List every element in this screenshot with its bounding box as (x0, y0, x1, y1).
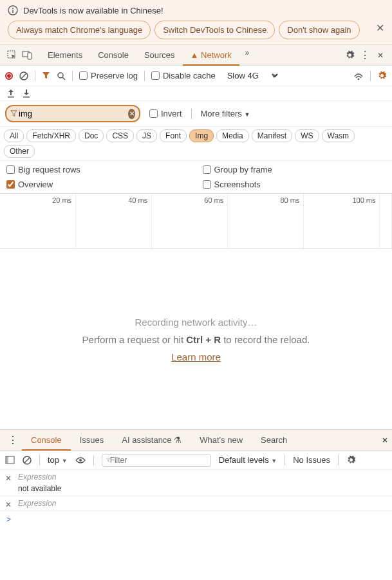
type-media[interactable]: Media (216, 129, 249, 142)
type-img[interactable]: Img (189, 129, 214, 142)
preserve-log-checkbox[interactable]: Preserve log (79, 71, 138, 80)
tab-elements[interactable]: Elements (40, 45, 90, 65)
no-issues-text[interactable]: No Issues (293, 455, 330, 465)
svg-point-8 (58, 73, 63, 78)
drawer-kebab-icon[interactable]: ⋮ (4, 434, 22, 446)
drawer: ⋮ Console Issues AI assistance ⚗ What's … (0, 429, 392, 528)
remove-expr-icon[interactable]: ✕ (5, 500, 12, 509)
svg-rect-2 (12, 10, 13, 13)
banner-title: DevTools is now available in Chinese! (23, 6, 163, 15)
main-tabbar: Elements Console Sources ▲ Network » ⋮ ✕ (0, 45, 392, 66)
drawer-close-icon[interactable]: ✕ (382, 436, 388, 445)
context-select[interactable]: top ▼ (48, 455, 68, 465)
hint-text: Perform a request or hit Ctrl + R to rec… (82, 334, 310, 345)
search-icon[interactable] (57, 71, 66, 80)
flask-icon: ⚗ (174, 435, 182, 445)
type-all[interactable]: All (4, 129, 24, 142)
clear-filter-icon[interactable]: ✕ (128, 109, 135, 119)
import-export-row (0, 86, 392, 101)
console-prompt[interactable]: > (0, 511, 392, 528)
timeline-tick: 80 ms (280, 196, 299, 204)
svg-rect-14 (6, 456, 8, 463)
network-toolbar: Preserve log Disable cache Slow 4G ▼ (0, 66, 392, 86)
overview-checkbox[interactable]: Overview (6, 180, 190, 189)
type-other[interactable]: Other (4, 145, 35, 158)
recording-text: Recording network activity… (135, 317, 257, 328)
download-icon[interactable] (22, 89, 31, 98)
levels-select[interactable]: Default levels ▼ (219, 455, 277, 465)
console-toolbar: top ▼ Default levels ▼ No Issues (0, 451, 392, 470)
tab-sources[interactable]: Sources (136, 45, 183, 65)
drawer-tab-search[interactable]: Search (252, 430, 296, 450)
more-filters-button[interactable]: More filters ▼ (201, 109, 250, 118)
eye-icon[interactable] (75, 456, 86, 464)
info-icon (8, 5, 18, 15)
tab-network[interactable]: ▲ Network (183, 45, 239, 65)
sidebar-toggle-icon[interactable] (5, 456, 15, 464)
timeline-tick: 60 ms (204, 196, 223, 204)
funnel-icon (10, 110, 17, 117)
clear-console-icon[interactable] (23, 456, 32, 465)
timeline-tick: 20 ms (52, 196, 71, 204)
filter-input-wrapper: ✕ (5, 105, 140, 122)
upload-icon[interactable] (6, 89, 15, 98)
network-conditions-icon[interactable] (353, 71, 364, 80)
drawer-tab-issues[interactable]: Issues (71, 430, 113, 450)
svg-line-16 (24, 458, 30, 463)
type-doc[interactable]: Doc (79, 129, 104, 142)
type-css[interactable]: CSS (106, 129, 134, 142)
expr-label[interactable]: Expression (18, 499, 386, 508)
drawer-tabbar: ⋮ Console Issues AI assistance ⚗ What's … (0, 430, 392, 451)
big-rows-checkbox[interactable]: Big request rows (6, 165, 190, 174)
type-js[interactable]: JS (136, 129, 157, 142)
network-settings-icon[interactable] (377, 71, 387, 80)
language-banner: DevTools is now available in Chinese! Al… (0, 0, 392, 45)
type-wasm[interactable]: Wasm (322, 129, 355, 142)
console-settings-icon[interactable] (346, 455, 356, 465)
dont-show-again-button[interactable]: Don't show again (279, 21, 359, 39)
disable-cache-checkbox[interactable]: Disable cache (151, 71, 216, 80)
record-button[interactable] (5, 72, 13, 80)
svg-point-10 (358, 78, 360, 80)
expr-label[interactable]: Expression (18, 472, 386, 482)
timeline-overview[interactable]: 20 ms 40 ms 60 ms 80 ms 100 ms (0, 194, 392, 249)
device-icon[interactable] (19, 48, 35, 63)
close-icon[interactable]: ✕ (376, 22, 384, 34)
timeline-tick: 40 ms (128, 196, 147, 204)
view-options: Big request rows Group by frame Overview… (0, 161, 392, 194)
more-tabs-icon[interactable]: » (239, 45, 255, 61)
type-font[interactable]: Font (160, 129, 187, 142)
drawer-tab-ai[interactable]: AI assistance ⚗ (113, 430, 191, 450)
match-language-button[interactable]: Always match Chrome's language (8, 21, 151, 39)
throttling-select[interactable]: Slow 4G ▼ (222, 69, 277, 82)
kebab-icon[interactable]: ⋮ (357, 48, 373, 63)
filter-input[interactable] (17, 108, 128, 120)
learn-more-link[interactable]: Learn more (171, 351, 221, 362)
screenshots-checkbox[interactable]: Screenshots (203, 180, 386, 189)
expr-value: not available (18, 484, 386, 493)
group-frame-checkbox[interactable]: Group by frame (203, 165, 386, 174)
svg-rect-3 (8, 51, 15, 58)
remove-expr-icon[interactable]: ✕ (5, 474, 12, 483)
svg-rect-11 (8, 97, 14, 98)
type-ws[interactable]: WS (295, 129, 319, 142)
invert-checkbox[interactable]: Invert (149, 109, 182, 118)
filter-row: ✕ Invert More filters ▼ (0, 101, 392, 127)
filter-toggle-icon[interactable] (42, 71, 50, 80)
live-expression-1: ✕ Expression not available (0, 470, 392, 496)
empty-state: Recording network activity… Perform a re… (0, 249, 392, 429)
drawer-tab-console[interactable]: Console (22, 430, 71, 450)
svg-point-1 (12, 8, 14, 9)
type-manifest[interactable]: Manifest (252, 129, 292, 142)
switch-chinese-button[interactable]: Switch DevTools to Chinese (154, 21, 275, 39)
inspect-icon[interactable] (4, 48, 19, 63)
close-devtools-icon[interactable]: ✕ (373, 48, 388, 63)
type-filter-row: All Fetch/XHR Doc CSS JS Font Img Media … (0, 127, 392, 161)
gear-icon[interactable] (342, 48, 357, 63)
clear-icon[interactable] (19, 71, 28, 80)
drawer-tab-whatsnew[interactable]: What's new (191, 430, 252, 450)
console-filter-input[interactable] (102, 454, 211, 467)
svg-line-9 (62, 77, 65, 80)
type-fetch[interactable]: Fetch/XHR (26, 129, 76, 142)
tab-console[interactable]: Console (90, 45, 136, 65)
